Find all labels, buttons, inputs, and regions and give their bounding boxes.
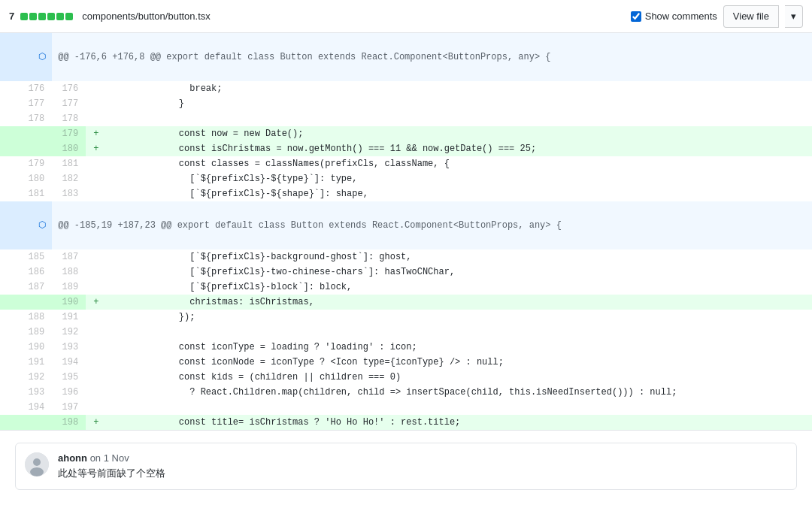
comment-text: 此处等号前面缺了个空格 [58, 467, 787, 480]
diff-row: 177 177 } [0, 96, 812, 111]
diff-row: 176 176 break; [0, 81, 812, 96]
line-num-left: 181 [0, 186, 52, 201]
show-comments-checkbox[interactable] [631, 11, 641, 22]
line-num-left [0, 141, 52, 156]
line-code: break; [106, 81, 812, 96]
line-num-left: 189 [0, 325, 52, 340]
line-code: const now = new Date(); [106, 126, 812, 141]
line-code: [`${prefixCls}-background-ghost`]: ghost… [106, 249, 812, 265]
chevron-down-icon: ▾ [791, 11, 796, 22]
line-sign [86, 310, 106, 325]
diff-stat-blocks [20, 13, 73, 20]
stat-block-2 [29, 13, 37, 20]
diff-row: 178 178 [0, 111, 812, 126]
diff-container: ⬡ @@ -176,6 +176,8 @@ export default cla… [0, 33, 812, 430]
line-sign [86, 156, 106, 171]
diff-row: 179 + const now = new Date(); [0, 126, 812, 141]
file-path: components/button/button.tsx [82, 11, 624, 22]
line-num-right: 178 [52, 111, 86, 126]
line-code [106, 111, 812, 126]
line-sign [86, 265, 106, 280]
line-code [106, 400, 812, 415]
line-code: } [106, 96, 812, 111]
diff-row: 185 187 [`${prefixCls}-background-ghost`… [0, 249, 812, 265]
comment-date-text: on 1 Nov [90, 452, 129, 464]
comment-author: ahonn [58, 452, 87, 464]
line-num-right: 196 [52, 385, 86, 400]
line-code: }); [106, 310, 812, 325]
line-sign [86, 96, 106, 111]
line-num-right: 191 [52, 310, 86, 325]
line-sign: + [86, 126, 106, 141]
line-code: const classes = classNames(prefixCls, cl… [106, 156, 812, 171]
line-code: const isChristmas = now.getMonth() === 1… [106, 141, 812, 156]
line-num-right: 183 [52, 186, 86, 201]
diff-row: 179 181 const classes = classNames(prefi… [0, 156, 812, 171]
diff-row: 189 192 [0, 325, 812, 340]
line-sign: + [86, 141, 106, 156]
line-num-right: 193 [52, 340, 86, 355]
diff-row: 192 195 const kids = (children || childr… [0, 370, 812, 385]
line-num-left [0, 415, 52, 430]
line-num-left: 177 [0, 96, 52, 111]
line-num-right: 177 [52, 96, 86, 111]
line-code: [`${prefixCls}-${shape}`]: shape, [106, 186, 812, 201]
diff-row: 191 194 const iconNode = iconType ? <Ico… [0, 355, 812, 370]
hunk-row: ⬡ @@ -185,19 +187,23 @@ export default c… [0, 201, 812, 249]
diff-row: 188 191 }); [0, 310, 812, 325]
view-file-button[interactable]: View file [723, 5, 779, 28]
line-num-left: 176 [0, 81, 52, 96]
show-comments-toggle[interactable]: Show comments [631, 11, 717, 22]
line-code: const kids = (children || children === 0… [106, 370, 812, 385]
line-num-left: 186 [0, 265, 52, 280]
expand-icon[interactable]: ⬡ [38, 220, 46, 231]
expand-icon[interactable]: ⬡ [38, 52, 46, 62]
line-num-left: 187 [0, 280, 52, 295]
line-num-left [0, 126, 52, 141]
line-num-left: 193 [0, 385, 52, 400]
line-num-right: 194 [52, 355, 86, 370]
line-num-right: 197 [52, 400, 86, 415]
diff-row: 180 182 [`${prefixCls}-${type}`]: type, [0, 171, 812, 186]
line-num-left: 190 [0, 340, 52, 355]
line-num-right: 182 [52, 171, 86, 186]
line-num-left [0, 295, 52, 310]
file-number: 7 [9, 11, 14, 22]
line-code: [`${prefixCls}-${type}`]: type, [106, 171, 812, 186]
line-num-right: 190 [52, 295, 86, 310]
line-sign [86, 325, 106, 340]
stat-block-5 [56, 13, 64, 20]
diff-row: 187 189 [`${prefixCls}-block`]: block, [0, 280, 812, 295]
line-num-left: 185 [0, 249, 52, 265]
comment-body: ahonn on 1 Nov 此处等号前面缺了个空格 [58, 452, 787, 480]
line-sign [86, 186, 106, 201]
line-sign [86, 249, 106, 265]
line-sign [86, 340, 106, 355]
line-sign [86, 355, 106, 370]
line-num-right: 187 [52, 249, 86, 265]
view-file-dropdown-button[interactable]: ▾ [785, 5, 803, 28]
line-num-left: 191 [0, 355, 52, 370]
line-num-left: 178 [0, 111, 52, 126]
line-code: [`${prefixCls}-two-chinese-chars`]: hasT… [106, 265, 812, 280]
line-num-left: 179 [0, 156, 52, 171]
diff-row: 186 188 [`${prefixCls}-two-chinese-chars… [0, 265, 812, 280]
diff-row: 193 196 ? React.Children.map(children, c… [0, 385, 812, 400]
line-num-right: 198 [52, 415, 86, 430]
diff-row: 181 183 [`${prefixCls}-${shape}`]: shape… [0, 186, 812, 201]
line-num-left: 192 [0, 370, 52, 385]
stat-block-6 [65, 13, 73, 20]
line-code: christmas: isChristmas, [106, 295, 812, 310]
hunk-header-text: @@ -185,19 +187,23 @@ export default cla… [52, 201, 812, 249]
line-sign [86, 171, 106, 186]
line-code: const title= isChristmas ? 'Ho Ho Ho!' :… [106, 415, 812, 430]
stat-block-3 [38, 13, 46, 20]
svg-point-2 [30, 467, 44, 476]
line-num-right: 192 [52, 325, 86, 340]
diff-table: ⬡ @@ -176,6 +176,8 @@ export default cla… [0, 33, 812, 430]
line-sign [86, 400, 106, 415]
line-sign [86, 280, 106, 295]
line-sign [86, 111, 106, 126]
line-num-right: 195 [52, 370, 86, 385]
diff-row: 194 197 [0, 400, 812, 415]
